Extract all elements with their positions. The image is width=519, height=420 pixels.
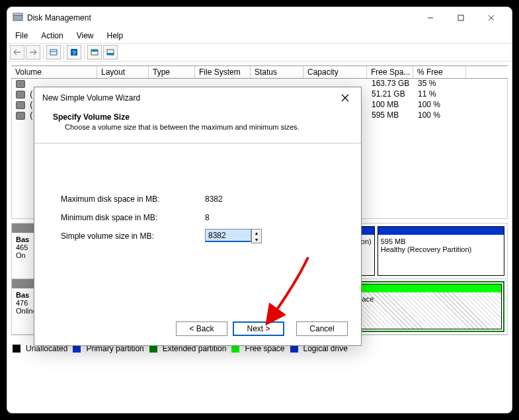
next-button[interactable]: Next > xyxy=(233,321,284,336)
volume-size-spinner: ▲ ▼ xyxy=(205,229,262,243)
toolbar: ? xyxy=(7,43,512,62)
disk-management-window: Disk Management File Action View Help ? … xyxy=(7,7,512,413)
col-capacity[interactable]: Capacity xyxy=(303,66,367,78)
spinner-down-button[interactable]: ▼ xyxy=(252,236,261,243)
window-title: Disk Management xyxy=(27,13,415,22)
max-disk-space-value: 8382 xyxy=(205,194,223,204)
tool-view-icon[interactable] xyxy=(46,45,61,60)
col-layout[interactable]: Layout xyxy=(97,66,149,78)
wizard-close-button[interactable] xyxy=(337,90,353,106)
tool-back-icon[interactable] xyxy=(10,45,24,60)
svg-rect-0 xyxy=(13,15,22,21)
new-simple-volume-wizard: New Simple Volume Wizard Specify Volume … xyxy=(34,87,362,346)
cell-pct: 100 % xyxy=(414,100,467,110)
spinner-up-button[interactable]: ▲ xyxy=(252,230,261,236)
cell-free: 100 MB xyxy=(368,100,414,110)
col-status[interactable]: Status xyxy=(251,66,303,78)
drive-icon xyxy=(16,80,25,88)
menu-file[interactable]: File xyxy=(10,30,33,42)
cell-pct: 35 % xyxy=(414,79,467,89)
cell-free: 595 MB xyxy=(368,110,414,121)
col-file-system[interactable]: File System xyxy=(195,66,251,78)
disk-0-recovery-partition[interactable]: 595 MB Healthy (Recovery Partition) xyxy=(378,226,504,276)
back-button[interactable]: < Back xyxy=(176,321,227,336)
volume-size-label: Simple volume size in MB: xyxy=(61,231,205,241)
cell-free: 163.73 GB xyxy=(368,79,414,89)
menu-action[interactable]: Action xyxy=(36,30,68,42)
recovery-status: Healthy (Recovery Partition) xyxy=(381,245,501,253)
disk-0-size: 465 xyxy=(16,243,28,251)
volume-size-input[interactable] xyxy=(205,229,251,242)
col-percent-free[interactable]: % Free xyxy=(413,66,466,78)
min-disk-space-label: Minimum disk space in MB: xyxy=(61,213,205,222)
col-volume[interactable]: Volume xyxy=(11,66,97,78)
tool-forward-icon[interactable] xyxy=(26,45,40,60)
menubar: File Action View Help xyxy=(7,28,512,43)
svg-rect-11 xyxy=(91,50,98,52)
app-icon xyxy=(13,13,23,23)
wizard-title: New Simple Volume Wizard xyxy=(42,93,140,103)
max-disk-space-label: Maximum disk space in MB: xyxy=(61,194,205,204)
recovery-size: 595 MB xyxy=(381,237,501,245)
tool-split-bottom-icon[interactable] xyxy=(103,45,118,60)
svg-rect-13 xyxy=(107,53,114,55)
menu-view[interactable]: View xyxy=(71,30,99,42)
disk-1-type: Bas xyxy=(16,291,29,299)
cell-free: 51.21 GB xyxy=(368,89,414,100)
tool-split-top-icon[interactable] xyxy=(87,45,102,60)
titlebar: Disk Management xyxy=(7,7,512,28)
cell-pct: 100 % xyxy=(414,110,467,121)
svg-rect-1 xyxy=(13,13,22,15)
disk-0-status: On xyxy=(16,251,26,259)
wizard-heading: Specify Volume Size xyxy=(53,112,342,122)
swatch-unallocated xyxy=(13,345,20,353)
col-free-space[interactable]: Free Spa... xyxy=(367,66,413,78)
svg-rect-6 xyxy=(50,50,57,55)
tool-help-icon[interactable]: ? xyxy=(67,45,81,60)
svg-text:?: ? xyxy=(72,50,75,56)
minimize-button[interactable] xyxy=(415,7,446,28)
disk-1-size: 476 xyxy=(16,299,28,307)
drive-icon xyxy=(16,112,25,120)
close-button[interactable] xyxy=(476,7,506,28)
col-type[interactable]: Type xyxy=(149,66,195,78)
cell-pct: 11 % xyxy=(414,89,467,100)
wizard-subheading: Choose a volume size that is between the… xyxy=(53,123,342,131)
min-disk-space-value: 8 xyxy=(205,213,210,222)
svg-rect-3 xyxy=(458,15,463,21)
menu-help[interactable]: Help xyxy=(102,30,129,42)
drive-icon xyxy=(16,101,25,109)
volume-table-header: Volume Layout Type File System Status Ca… xyxy=(11,65,508,79)
drive-icon xyxy=(16,91,25,99)
cancel-button[interactable]: Cancel xyxy=(296,321,348,336)
maximize-button[interactable] xyxy=(446,7,476,28)
disk-0-type: Bas xyxy=(16,235,29,243)
